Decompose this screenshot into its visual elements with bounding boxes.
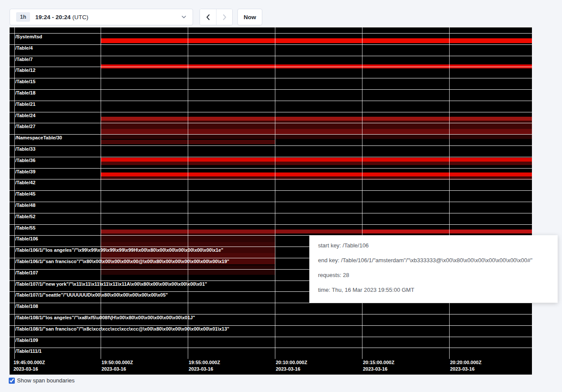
span-boundary-line <box>10 145 532 146</box>
x-axis-label: 20:15:00.000Z2023-03-16 <box>363 359 394 372</box>
span-boundary-line <box>10 224 532 225</box>
span-label: /Table/108/1/"san francisco"/"\x8c\xcc\x… <box>15 327 229 331</box>
span-label: /System/tsd <box>15 34 42 39</box>
heat-band[interactable] <box>101 129 532 134</box>
x-axis-date: 2023-03-16 <box>14 366 45 372</box>
x-axis-time: 20:15:00.000Z <box>363 359 394 366</box>
span-boundary-line <box>10 112 532 112</box>
span-boundary-line <box>10 123 532 123</box>
span-label: /Table/109 <box>15 338 38 343</box>
span-label: /Table/39 <box>15 169 35 174</box>
heat-band[interactable] <box>362 230 532 233</box>
span-label: /Table/7 <box>15 57 33 62</box>
chevron-down-icon <box>181 15 186 19</box>
span-label: /Table/21 <box>15 102 35 107</box>
heat-band[interactable] <box>101 172 532 176</box>
time-gridline <box>101 27 101 359</box>
span-boundary-line <box>10 101 532 101</box>
span-boundary-line <box>10 33 532 34</box>
span-boundary-line <box>10 44 532 45</box>
span-boundary-line <box>10 134 532 135</box>
span-label: /NamespaceTable/30 <box>15 135 62 140</box>
x-axis-label: 20:10:00.000Z2023-03-16 <box>276 359 307 372</box>
span-boundaries-checkbox[interactable] <box>9 378 15 384</box>
span-boundary-line <box>10 56 532 56</box>
span-boundary-line <box>10 348 532 348</box>
span-label: /Table/33 <box>15 147 35 152</box>
span-label: /Table/106/1/"los angeles"/"\x99\x99\x99… <box>15 248 223 253</box>
time-gridline <box>275 27 275 359</box>
time-gridline <box>14 27 15 359</box>
span-label: /Table/12 <box>15 68 35 73</box>
span-boundary-line <box>10 190 532 191</box>
span-label: /Table/106/1/"san francisco"/"\x80\x00\x… <box>15 259 229 264</box>
heat-band[interactable] <box>101 162 532 165</box>
x-axis-label: 19:55:00.000Z2023-03-16 <box>189 359 220 372</box>
span-label: /Table/18 <box>15 91 35 95</box>
span-label: /Table/42 <box>15 180 35 185</box>
toolbar: 1h 19:24 - 20:24(UTC) Now <box>0 0 562 27</box>
span-boundary-line <box>10 337 532 337</box>
prev-button[interactable] <box>200 9 216 25</box>
span-label: /Table/36 <box>15 158 35 163</box>
heat-band[interactable] <box>101 230 362 233</box>
x-axis-time: 19:55:00.000Z <box>189 359 220 366</box>
x-axis-date: 2023-03-16 <box>363 366 394 372</box>
tooltip-start-key: start key: /Table/106 <box>318 241 549 250</box>
heat-band[interactable] <box>101 134 532 139</box>
span-boundary-line <box>10 325 532 326</box>
heat-band[interactable] <box>101 117 532 121</box>
footer: Show span boundaries <box>9 377 74 384</box>
span-label: /Table/107/1/"new york"/"\x11\x11\x11\x1… <box>15 282 207 287</box>
span-boundary-line <box>10 213 532 213</box>
range-utc-text: (UTC) <box>72 14 88 20</box>
span-label: /Table/45 <box>15 192 35 196</box>
time-range-select[interactable]: 1h 19:24 - 20:24(UTC) <box>10 9 193 25</box>
span-label: /Table/15 <box>15 79 35 84</box>
tooltip-time: time: Thu, 16 Mar 2023 19:55:00 GMT <box>318 286 549 294</box>
span-boundary-line <box>10 89 532 90</box>
span-label: /Table/52 <box>15 214 35 219</box>
heat-band[interactable] <box>101 38 532 43</box>
span-label: /Table/108 <box>15 304 38 309</box>
span-boundary-line <box>10 67 532 67</box>
x-axis-date: 2023-03-16 <box>276 366 307 372</box>
range-time-text: 19:24 - 20:24 <box>35 14 71 20</box>
x-axis-time: 20:20:00.000Z <box>450 359 481 366</box>
now-button[interactable]: Now <box>237 9 262 25</box>
span-label: /Table/4 <box>15 46 33 51</box>
x-axis-label: 19:45:00.000Z2023-03-16 <box>14 359 45 372</box>
chevron-right-icon <box>223 14 227 20</box>
heat-band[interactable] <box>101 158 532 162</box>
range-duration-badge: 1h <box>16 12 30 22</box>
span-boundary-line <box>10 314 532 314</box>
bucket-tooltip: start key: /Table/106 end key: /Table/10… <box>309 235 558 303</box>
span-boundaries-label[interactable]: Show span boundaries <box>17 377 74 384</box>
x-axis-date: 2023-03-16 <box>102 366 133 372</box>
span-label: /Table/107 <box>15 270 38 275</box>
span-boundary-line <box>10 179 532 179</box>
time-gridline <box>449 27 450 359</box>
span-label: /Table/108/1/"los angeles"/"\xa8\xf5\u00… <box>15 315 195 320</box>
x-axis-time: 19:45:00.000Z <box>14 359 45 366</box>
span-boundary-line <box>10 27 532 27</box>
span-label: /Table/106 <box>15 237 38 241</box>
x-axis-date: 2023-03-16 <box>189 366 220 372</box>
span-label: /Table/107/1/"seattle"/"UUUUUUD\x00\x80\… <box>15 293 168 297</box>
span-label: /Table/27 <box>15 124 35 129</box>
heatmap-canvas[interactable]: /System/tsd/Table/4/Table/7/Table/12/Tab… <box>10 27 532 375</box>
span-boundary-line <box>10 78 532 78</box>
span-boundary-line <box>10 303 532 303</box>
next-button[interactable] <box>216 9 232 25</box>
heat-band[interactable] <box>101 121 532 129</box>
span-boundary-line <box>10 202 532 202</box>
range-label: 19:24 - 20:24(UTC) <box>35 14 181 20</box>
span-boundary-line <box>10 168 532 169</box>
chevron-left-icon <box>206 14 210 20</box>
span-label: /Table/55 <box>15 226 35 230</box>
x-axis-date: 2023-03-16 <box>450 366 481 372</box>
x-axis-label: 19:50:00.000Z2023-03-16 <box>102 359 133 372</box>
time-gridline <box>362 27 362 359</box>
span-label: /Table/111/1 <box>15 349 41 354</box>
x-axis-label: 20:20:00.000Z2023-03-16 <box>450 359 481 372</box>
